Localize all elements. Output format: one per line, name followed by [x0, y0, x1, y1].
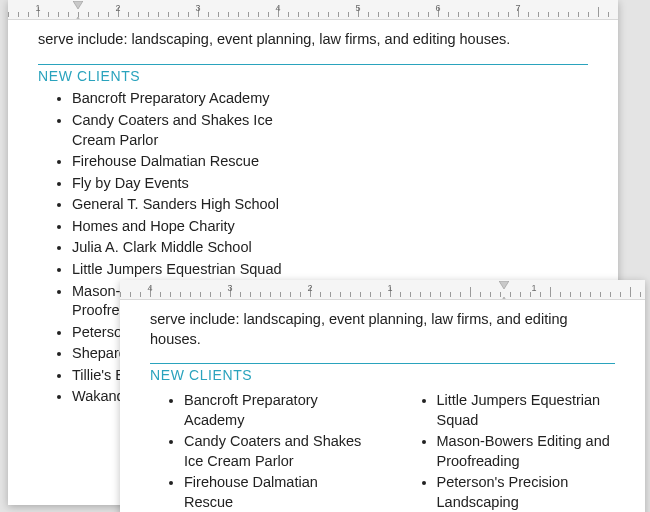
list-item: Bancroft Preparatory Academy: [72, 89, 292, 109]
list-item: Homes and Hope Charity: [72, 217, 292, 237]
list-item: Julia A. Clark Middle School: [72, 238, 292, 258]
list-item: Firehouse Dalmatian Rescue: [184, 473, 363, 512]
ruler-number: 6: [435, 3, 440, 13]
horizontal-ruler: 43211: [120, 280, 645, 300]
list-item: Candy Coaters and Shakes Ice Cream Parlo…: [72, 111, 292, 150]
client-list-column-2: Little Jumpers Equestrian SquadMason-Bow…: [403, 389, 616, 512]
ruler-number: 4: [275, 3, 280, 13]
horizontal-ruler: 1234567: [8, 0, 618, 20]
hanging-indent-marker-icon[interactable]: [499, 291, 509, 299]
ruler-number: 3: [227, 283, 232, 293]
lead-paragraph: serve include: landscaping, event planni…: [38, 30, 588, 50]
document-window-two-column: 43211 serve include: landscaping, event …: [120, 280, 645, 512]
list-item: Candy Coaters and Shakes Ice Cream Parlo…: [184, 432, 363, 471]
first-line-indent-marker-icon[interactable]: [73, 1, 83, 9]
ruler-number: 1: [387, 283, 392, 293]
list-item: Mason-Bowers Editing and Proofreading: [437, 432, 616, 471]
ruler-number: 4: [147, 283, 152, 293]
list-item: Peterson's Precision Landscaping: [437, 473, 616, 512]
lead-paragraph: serve include: landscaping, event planni…: [150, 310, 615, 349]
svg-marker-1: [73, 17, 83, 20]
svg-marker-2: [499, 281, 509, 289]
section-heading: NEW CLIENTS: [38, 67, 588, 86]
ruler-number: 1: [531, 283, 536, 293]
list-item: Little Jumpers Equestrian Squad: [72, 260, 292, 280]
hanging-indent-marker-icon[interactable]: [73, 11, 83, 19]
section-heading: NEW CLIENTS: [150, 366, 615, 385]
ruler-number: 7: [515, 3, 520, 13]
client-list-two-column: Bancroft Preparatory AcademyCandy Coater…: [150, 389, 615, 512]
svg-marker-0: [73, 1, 83, 9]
section-divider: [38, 64, 588, 65]
list-item: General T. Sanders High School: [72, 195, 292, 215]
ruler-number: 2: [115, 3, 120, 13]
list-item: Firehouse Dalmatian Rescue: [72, 152, 292, 172]
ruler-number: 1: [35, 3, 40, 13]
ruler-number: 3: [195, 3, 200, 13]
section-divider: [150, 363, 615, 364]
ruler-number: 2: [307, 283, 312, 293]
list-item: Little Jumpers Equestrian Squad: [437, 391, 616, 430]
list-item: Fly by Day Events: [72, 174, 292, 194]
page-body: serve include: landscaping, event planni…: [120, 300, 645, 512]
svg-marker-3: [499, 297, 509, 300]
client-list-column-1: Bancroft Preparatory AcademyCandy Coater…: [150, 389, 363, 512]
list-item: Bancroft Preparatory Academy: [184, 391, 363, 430]
first-line-indent-marker-icon[interactable]: [499, 281, 509, 289]
ruler-number: 5: [355, 3, 360, 13]
